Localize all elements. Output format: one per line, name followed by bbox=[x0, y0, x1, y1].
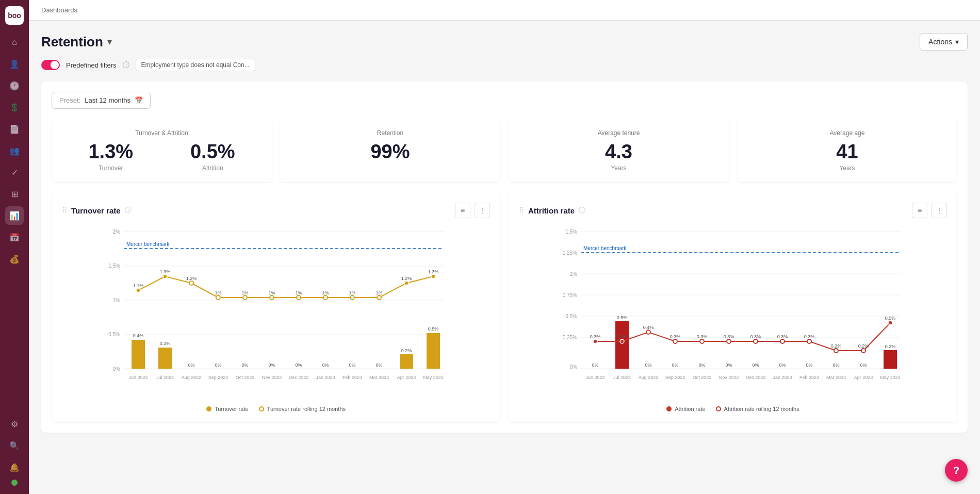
attrition-chart-actions: ≡ ⋮ bbox=[912, 203, 947, 218]
svg-text:Mercer benchmark: Mercer benchmark bbox=[126, 241, 170, 247]
calendar-icon: 📅 bbox=[135, 96, 143, 104]
svg-text:Oct 2022: Oct 2022 bbox=[236, 375, 255, 380]
dashboard-card: Preset: Last 12 months 📅 Turnover & Attr… bbox=[41, 81, 968, 433]
main-content: Dashboards Retention ▾ Actions ▾ Predefi… bbox=[29, 0, 980, 494]
turnover-chart-legend: Turnover rate Turnover rate rolling 12 m… bbox=[62, 406, 490, 412]
legend-turnover-bar: Turnover rate bbox=[206, 406, 249, 412]
attrition-chart-header: ⠿ Attrition rate ⓘ ≡ ⋮ bbox=[519, 203, 947, 218]
chevron-down-icon[interactable]: ▾ bbox=[107, 36, 112, 47]
turnover-chart-header: ⠿ Turnover rate ⓘ ≡ ⋮ bbox=[62, 203, 490, 218]
adot-sep22 bbox=[673, 339, 677, 343]
help-button[interactable]: ? bbox=[945, 459, 968, 482]
adot-oct22 bbox=[700, 339, 704, 343]
attrition-chart-legend: Attrition rate Attrition rate rolling 12… bbox=[519, 406, 947, 412]
kpi-tenure: Average tenure 4.3 Years bbox=[509, 119, 729, 182]
svg-text:1%: 1% bbox=[570, 271, 578, 277]
sidebar-item-grid[interactable]: ⊞ bbox=[5, 185, 24, 203]
drag-handle-icon[interactable]: ⠿ bbox=[62, 206, 67, 215]
sidebar: boo ⌂ 👤 🕐 💲 📄 👥 ✓ ⊞ 📊 📅 💰 ⚙ 🔍 🔔 bbox=[0, 0, 29, 494]
turnover-chart-title: Turnover rate bbox=[71, 206, 121, 215]
predefined-filters-toggle[interactable] bbox=[41, 60, 60, 70]
sidebar-item-document[interactable]: 📄 bbox=[5, 120, 24, 138]
svg-text:0.3%: 0.3% bbox=[697, 334, 708, 339]
svg-text:Aug 2022: Aug 2022 bbox=[639, 375, 659, 380]
sidebar-item-money[interactable]: 💰 bbox=[5, 250, 24, 268]
sidebar-item-people[interactable]: 👤 bbox=[5, 55, 24, 73]
svg-text:1%: 1% bbox=[241, 290, 248, 295]
attrition-chart-svg-container: 1.5% 1.25% 1% 0.75% 0.5% 0.25% 0% bbox=[519, 226, 947, 402]
svg-text:1.3%: 1.3% bbox=[160, 269, 171, 274]
svg-text:1%: 1% bbox=[322, 290, 329, 295]
svg-text:Sep 2022: Sep 2022 bbox=[208, 375, 228, 380]
adot-mar23 bbox=[834, 349, 838, 353]
svg-text:Aug 2022: Aug 2022 bbox=[182, 375, 202, 380]
kpi-attrition-value: 0.5% bbox=[190, 142, 235, 161]
filter-button[interactable]: ≡ bbox=[455, 203, 470, 218]
svg-text:0.3%: 0.3% bbox=[724, 334, 734, 339]
svg-text:0%: 0% bbox=[268, 363, 275, 368]
svg-text:1.5%: 1.5% bbox=[108, 263, 120, 269]
dot-feb23 bbox=[350, 295, 354, 300]
kpi-retention-title: Retention bbox=[292, 129, 488, 137]
svg-text:0.3%: 0.3% bbox=[160, 341, 171, 346]
info-icon[interactable]: ⓘ bbox=[123, 60, 129, 70]
adot-dec22 bbox=[754, 339, 758, 343]
svg-text:0%: 0% bbox=[832, 363, 839, 368]
svg-text:Jun 2022: Jun 2022 bbox=[585, 375, 605, 380]
svg-text:0.3%: 0.3% bbox=[670, 334, 681, 339]
svg-text:Jan 2023: Jan 2023 bbox=[773, 375, 792, 380]
logo[interactable]: boo bbox=[5, 6, 24, 25]
svg-text:0.3%: 0.3% bbox=[750, 334, 761, 339]
svg-text:1.1%: 1.1% bbox=[133, 283, 144, 288]
sidebar-item-analytics[interactable]: 📊 bbox=[5, 206, 24, 225]
sidebar-item-clock[interactable]: 🕐 bbox=[5, 76, 24, 95]
svg-text:0.25%: 0.25% bbox=[563, 335, 577, 340]
info-icon[interactable]: ⓘ bbox=[579, 206, 585, 215]
sidebar-item-home[interactable]: ⌂ bbox=[5, 33, 24, 52]
kpi-turnover-label: Turnover bbox=[88, 164, 133, 172]
sidebar-item-calendar[interactable]: 📅 bbox=[5, 228, 24, 246]
adot-feb23 bbox=[807, 339, 811, 343]
content-area: Retention ▾ Actions ▾ Predefined filters… bbox=[29, 21, 980, 494]
dot-aug22 bbox=[189, 281, 193, 285]
svg-text:1%: 1% bbox=[375, 290, 382, 295]
filter-tag[interactable]: Employment type does not equal Con... bbox=[136, 59, 255, 71]
adot-nov22 bbox=[727, 339, 731, 343]
legend-dot-outline-turnover bbox=[259, 406, 264, 411]
dot-oct22 bbox=[243, 295, 247, 300]
turnover-line bbox=[138, 276, 433, 298]
sidebar-item-dollar[interactable]: 💲 bbox=[5, 98, 24, 117]
preset-label: Preset: bbox=[59, 96, 80, 104]
more-options-button[interactable]: ⋮ bbox=[475, 203, 490, 218]
actions-button[interactable]: Actions ▾ bbox=[920, 33, 968, 51]
svg-text:0%: 0% bbox=[322, 363, 329, 368]
more-options-button[interactable]: ⋮ bbox=[932, 203, 947, 218]
kpi-age-value: 41 bbox=[749, 142, 945, 161]
sidebar-item-settings[interactable]: ⚙ bbox=[5, 415, 24, 433]
kpi-age-title: Average age bbox=[749, 129, 945, 137]
drag-handle-icon[interactable]: ⠿ bbox=[519, 206, 524, 215]
sidebar-item-users[interactable]: 👥 bbox=[5, 141, 24, 160]
status-dot bbox=[11, 480, 18, 486]
svg-text:0.75%: 0.75% bbox=[563, 292, 577, 298]
info-icon[interactable]: ⓘ bbox=[125, 206, 132, 215]
attrition-chart-svg: 1.5% 1.25% 1% 0.75% 0.5% 0.25% 0% bbox=[519, 226, 947, 391]
sidebar-item-checklist[interactable]: ✓ bbox=[5, 163, 24, 182]
svg-text:Dec 2022: Dec 2022 bbox=[289, 375, 309, 380]
legend-attrition-bar: Attrition rate bbox=[666, 406, 705, 412]
svg-text:0%: 0% bbox=[113, 366, 121, 372]
preset-button[interactable]: Preset: Last 12 months 📅 bbox=[52, 92, 151, 109]
bar-attrition-jul22 bbox=[615, 321, 629, 369]
bar-jul22 bbox=[158, 348, 172, 369]
dot-dec22 bbox=[297, 295, 301, 300]
sidebar-item-search[interactable]: 🔍 bbox=[5, 436, 24, 455]
filter-button[interactable]: ≡ bbox=[912, 203, 927, 218]
legend-attrition-line: Attrition rate rolling 12 months bbox=[716, 406, 799, 412]
sidebar-item-notifications[interactable]: 🔔 bbox=[5, 458, 24, 476]
svg-text:0%: 0% bbox=[349, 363, 355, 368]
svg-text:0.5%: 0.5% bbox=[565, 314, 577, 319]
svg-text:0%: 0% bbox=[295, 363, 302, 368]
chart-title-row: ⠿ Turnover rate ⓘ bbox=[62, 206, 132, 215]
kpi-turnover-attrition: Turnover & Attrition 1.3% Turnover 0.5% … bbox=[52, 119, 272, 182]
dot-nov22 bbox=[270, 295, 274, 300]
